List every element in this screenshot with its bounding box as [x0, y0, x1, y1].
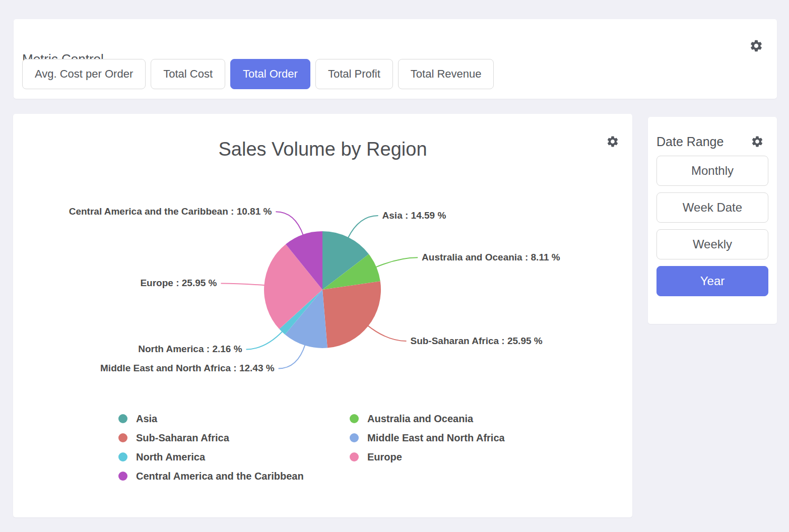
pie-label-line-sub-saharan-africa: [367, 325, 406, 341]
metric-button-group: Avg. Cost per OrderTotal CostTotal Order…: [22, 59, 494, 89]
date-range-button-week-date[interactable]: Week Date: [656, 192, 768, 223]
legend-label: Asia: [136, 413, 157, 425]
pie-label-line-central-america-and-the-caribbean: [276, 212, 303, 235]
pie-label-sub-saharan-africa: Sub-Saharan Africa : 25.95 %: [410, 335, 542, 348]
legend-dot-icon: [350, 414, 359, 423]
date-settings-gear-icon[interactable]: [751, 135, 764, 148]
pie-label-europe: Europe : 25.95 %: [140, 277, 217, 290]
date-range-button-weekly[interactable]: Weekly: [656, 229, 768, 259]
legend-label: Sub-Saharan Africa: [136, 432, 229, 444]
date-range-button-year[interactable]: Year: [656, 266, 768, 296]
pie-label-australia-and-oceania: Australia and Oceania : 8.11 %: [422, 251, 560, 264]
metric-button-total-profit[interactable]: Total Profit: [315, 59, 393, 89]
metric-button-total-revenue[interactable]: Total Revenue: [398, 59, 494, 89]
legend-label: Middle East and North Africa: [367, 432, 505, 444]
legend-dot-icon: [118, 472, 127, 481]
pie-label-central-america-and-the-caribbean: Central America and the Caribbean : 10.8…: [69, 205, 272, 218]
legend-item-asia[interactable]: Asia: [118, 413, 350, 425]
legend-dot-icon: [118, 414, 127, 423]
legend-label: Australia and Oceania: [367, 413, 473, 425]
metric-button-total-order[interactable]: Total Order: [230, 59, 310, 89]
sales-volume-chart-panel: Sales Volume by Region Asia : 14.59 %Aus…: [13, 114, 632, 517]
legend-dot-icon: [350, 433, 359, 442]
legend-item-middle-east-and-north-africa[interactable]: Middle East and North Africa: [350, 432, 505, 444]
pie-label-line-middle-east-and-north-africa: [279, 345, 305, 369]
gear-icon: [751, 135, 764, 148]
legend-label: North America: [136, 451, 205, 463]
metric-control-panel: Metric Control Avg. Cost per OrderTotal …: [14, 19, 777, 99]
metric-button-avg-cost-per-order[interactable]: Avg. Cost per Order: [22, 59, 146, 89]
chart-legend: AsiaAustralia and OceaniaSub-Saharan Afr…: [118, 409, 505, 486]
pie-label-middle-east-and-north-africa: Middle East and North Africa : 12.43 %: [100, 362, 275, 375]
pie-slice-sub-saharan-africa[interactable]: [322, 281, 381, 348]
metric-button-total-cost[interactable]: Total Cost: [151, 59, 225, 89]
legend-dot-icon: [118, 452, 127, 461]
pie-label-line-asia: [348, 216, 378, 238]
legend-item-sub-saharan-africa[interactable]: Sub-Saharan Africa: [118, 432, 350, 444]
gear-icon: [749, 39, 763, 53]
pie-label-line-europe: [221, 283, 265, 285]
legend-dot-icon: [118, 433, 127, 442]
legend-dot-icon: [350, 452, 359, 461]
legend-item-central-america-and-the-caribbean[interactable]: Central America and the Caribbean: [118, 471, 350, 482]
date-range-button-group: MonthlyWeek DateWeeklyYear: [656, 156, 768, 296]
legend-label: Europe: [367, 451, 402, 463]
legend-item-australia-and-oceania[interactable]: Australia and Oceania: [350, 413, 505, 425]
legend-item-europe[interactable]: Europe: [350, 451, 505, 463]
legend-label: Central America and the Caribbean: [136, 471, 304, 482]
date-range-title: Date Range: [656, 134, 724, 149]
date-range-panel: Date Range MonthlyWeek DateWeeklyYear: [648, 117, 777, 324]
pie-label-line-north-america: [246, 331, 283, 349]
metric-settings-gear-icon[interactable]: [749, 39, 763, 53]
pie-label-north-america: North America : 2.16 %: [138, 343, 242, 356]
pie-label-asia: Asia : 14.59 %: [382, 209, 446, 222]
date-range-button-monthly[interactable]: Monthly: [656, 156, 768, 186]
legend-item-north-america[interactable]: North America: [118, 451, 350, 463]
pie-label-line-australia-and-oceania: [375, 257, 418, 267]
